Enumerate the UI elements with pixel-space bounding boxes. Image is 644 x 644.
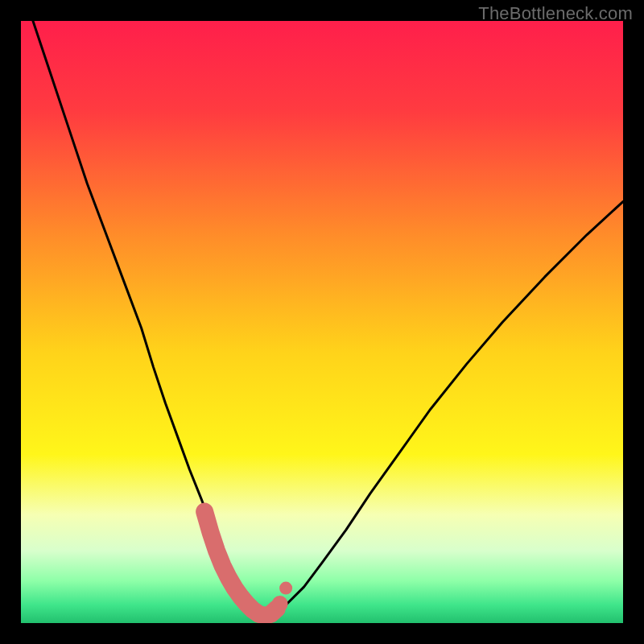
chart-frame: TheBottleneck.com bbox=[0, 0, 644, 644]
highlight-dot bbox=[272, 596, 288, 612]
bottleneck-chart bbox=[21, 21, 623, 623]
plot-area bbox=[21, 21, 623, 623]
heatmap-background bbox=[21, 21, 623, 623]
highlight-dot bbox=[279, 582, 292, 595]
